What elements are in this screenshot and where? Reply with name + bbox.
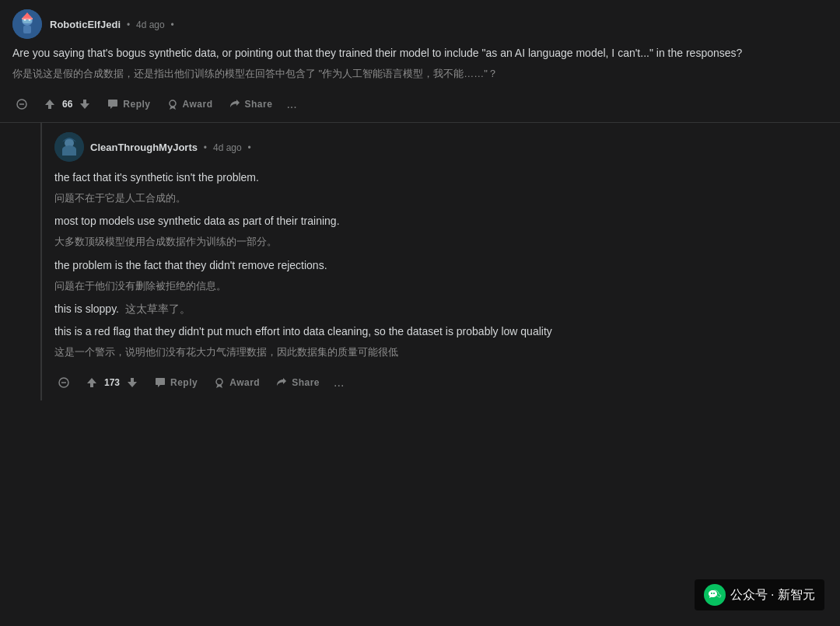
wechat-icon	[704, 584, 726, 606]
username[interactable]: RoboticElfJedi	[50, 19, 121, 30]
reply-text-cn-1: 问题不在于它是人工合成的。	[54, 191, 840, 206]
timestamp: 4d ago	[213, 142, 242, 153]
collapse-button[interactable]	[12, 95, 31, 114]
downvote-button-2[interactable]	[123, 373, 142, 392]
collapse-button-2[interactable]	[54, 373, 73, 392]
timestamp-separator: •	[204, 142, 207, 153]
reply-button-2[interactable]: Reply	[148, 372, 204, 393]
avatar	[12, 9, 42, 39]
downvote-button[interactable]	[75, 95, 94, 114]
svg-rect-7	[23, 26, 31, 33]
watermark: 公众号 · 新智元	[695, 579, 824, 610]
post-2-action-bar: 173 Reply Award	[54, 368, 840, 400]
post-1-meta: RoboticElfJedi • 4d ago •	[50, 18, 177, 30]
reply-block-1: the fact that it's synthetic isn't the p…	[54, 170, 840, 206]
reply-block-4: this is sloppy. 这太草率了。	[54, 301, 840, 317]
svg-rect-6	[22, 18, 33, 19]
reply-text-cn-3: 问题在于他们没有删除被拒绝的信息。	[54, 278, 840, 294]
upvote-button-2[interactable]	[82, 373, 101, 392]
more-options-button[interactable]: ...	[282, 94, 301, 114]
reply-text-en-2: most top models use synthetic data as pa…	[54, 213, 840, 229]
more-options-button-2[interactable]: ...	[329, 372, 348, 393]
share-button-2[interactable]: Share	[269, 372, 326, 393]
post-2-header: CleanThroughMyJorts • 4d ago •	[54, 132, 840, 162]
svg-point-15	[216, 379, 222, 385]
timestamp-separator: •	[127, 19, 130, 30]
svg-rect-9	[19, 103, 24, 105]
award-button[interactable]: Award	[160, 94, 219, 114]
post-1: RoboticElfJedi • 4d ago • Are you saying…	[0, 0, 840, 123]
share-button[interactable]: Share	[222, 94, 279, 114]
reply-block-5: this is a red flag that they didn't put …	[54, 323, 840, 360]
vote-section-2: 173	[82, 373, 142, 392]
upvote-button[interactable]	[40, 95, 59, 114]
reply-text-en-5: this is a red flag that they didn't put …	[54, 323, 840, 340]
reply-text-cn-5: 这是一个警示，说明他们没有花大力气清理数据，因此数据集的质量可能很低	[54, 344, 840, 360]
vote-count: 66	[62, 99, 72, 110]
timestamp-dot: •	[171, 19, 174, 30]
timestamp: 4d ago	[136, 19, 165, 30]
svg-point-10	[170, 100, 176, 107]
post-1-text-cn: 你是说这是假的合成数据，还是指出他们训练的模型在回答中包含了 "作为人工智能语言…	[12, 66, 828, 82]
reply-block-2: most top models use synthetic data as pa…	[54, 213, 840, 250]
svg-rect-14	[61, 382, 66, 383]
reply-text-en-1: the fact that it's synthetic isn't the p…	[54, 170, 840, 186]
username[interactable]: CleanThroughMyJorts	[90, 142, 198, 153]
reply-text-en-4: this is sloppy. 这太草率了。	[54, 301, 840, 317]
post-1-header: RoboticElfJedi • 4d ago •	[12, 9, 828, 39]
timestamp-dot: •	[248, 142, 251, 153]
post-1-content: Are you saying that's bogus synthetic da…	[12, 45, 828, 122]
avatar	[54, 132, 84, 162]
reply-text-cn-2: 大多数顶级模型使用合成数据作为训练的一部分。	[54, 234, 840, 250]
post-2-reply-container: CleanThroughMyJorts • 4d ago • the fact …	[40, 123, 840, 400]
vote-section: 66	[40, 95, 94, 114]
vote-count-2: 173	[104, 377, 120, 388]
reply-button[interactable]: Reply	[100, 94, 156, 114]
post-2-meta: CleanThroughMyJorts • 4d ago •	[90, 141, 254, 153]
post-1-text-en: Are you saying that's bogus synthetic da…	[12, 45, 828, 61]
reply-text-en-3: the problem is the fact that they didn't…	[54, 257, 840, 274]
reply-block-3: the problem is the fact that they didn't…	[54, 257, 840, 294]
post-1-action-bar: 66 Reply Award	[12, 89, 828, 122]
award-button-2[interactable]: Award	[207, 372, 266, 393]
watermark-text: 公众号 · 新智元	[730, 587, 815, 603]
post-2-content: the fact that it's synthetic isn't the p…	[54, 170, 840, 400]
